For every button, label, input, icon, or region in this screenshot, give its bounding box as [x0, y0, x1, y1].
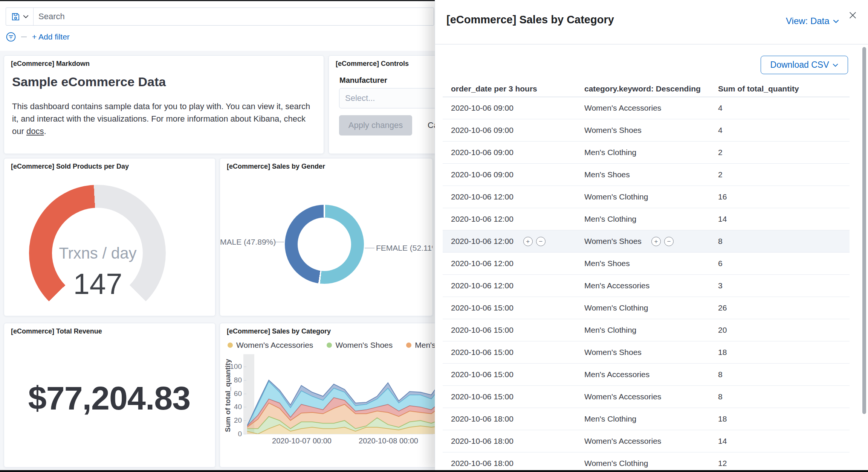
gauge-value: 147 — [4, 267, 191, 301]
x-tick-label: 2020-10-08 00:00 — [359, 437, 418, 445]
add-filter-link[interactable]: + Add filter — [32, 32, 70, 41]
view-data-label: View: Data — [786, 16, 830, 26]
y-tick-label: 40 — [229, 403, 242, 411]
category-value: Women's Shoes — [584, 348, 642, 357]
cell-quantity: 14 — [710, 215, 850, 224]
download-csv-button[interactable]: Download CSV — [761, 56, 848, 74]
legend-item[interactable]: Women's Accessories — [228, 341, 313, 350]
table-row: 2020-10-06 12:00Men's Clothing14 — [443, 208, 850, 230]
cell-quantity: 18 — [710, 348, 850, 357]
order-date-value: 2020-10-06 09:00 — [451, 170, 513, 179]
order-date-value: 2020-10-06 15:00 — [451, 370, 513, 379]
table-row: 2020-10-06 12:00Men's Accessories3 — [443, 275, 850, 297]
category-value: Men's Shoes — [584, 170, 630, 179]
cell-order-date: 2020-10-06 09:00 — [443, 126, 576, 135]
order-date-value: 2020-10-06 15:00 — [451, 392, 513, 401]
order-date-value: 2020-10-06 18:00 — [451, 414, 513, 423]
download-csv-label: Download CSV — [770, 60, 829, 70]
table-row: 2020-10-06 09:00Men's Clothing2 — [443, 142, 850, 164]
flyout-table-body: 2020-10-06 09:00Women's Accessories42020… — [443, 97, 850, 472]
column-header: Sum of total_quantity — [710, 84, 850, 93]
cell-category: Women's Clothing — [576, 192, 710, 201]
quantity-value: 16 — [718, 192, 727, 201]
order-date-value: 2020-10-06 15:00 — [451, 348, 513, 357]
label-connector — [365, 248, 374, 248]
y-tick-mark — [244, 434, 246, 434]
cell-order-date: 2020-10-06 12:00+− — [443, 237, 576, 246]
legend-dot-icon — [327, 343, 332, 348]
cell-order-date: 2020-10-06 12:00 — [443, 215, 576, 224]
y-tick-label: 100 — [229, 362, 242, 371]
filter-out-value-icon[interactable]: − — [536, 237, 546, 246]
cell-quantity: 2 — [710, 148, 850, 157]
x-tick-label: 2020-10-07 00:00 — [272, 437, 332, 445]
cell-order-date: 2020-10-06 09:00 — [443, 148, 576, 157]
flyout-panel: [eCommerce] Sales by Category View: Data… — [435, 0, 868, 472]
category-value: Women's Accessories — [584, 437, 661, 446]
cell-category: Men's Clothing — [576, 148, 710, 157]
scrollbar-thumb[interactable] — [862, 47, 866, 414]
panel-title: [eCommerce] Controls — [336, 60, 409, 68]
cell-category: Women's Accessories — [576, 392, 710, 401]
order-date-value: 2020-10-06 12:00 — [451, 215, 513, 224]
cell-quantity: 20 — [710, 326, 850, 335]
legend-dot-icon — [406, 343, 411, 348]
cell-quantity: 18 — [710, 414, 850, 423]
category-value: Men's Shoes — [584, 259, 630, 268]
order-date-value: 2020-10-06 12:00 — [451, 237, 513, 246]
table-row: 2020-10-06 09:00Men's Shoes2 — [443, 164, 850, 186]
order-date-value: 2020-10-06 09:00 — [451, 126, 513, 135]
table-row: 2020-10-06 18:00Women's Clothing12 — [443, 452, 850, 472]
category-value: Women's Shoes — [584, 237, 642, 246]
cell-order-date: 2020-10-06 12:00 — [443, 192, 576, 201]
column-header: category.keyword: Descending — [576, 84, 710, 93]
panel-markdown: [eCommerce] Markdown Sample eCommerce Da… — [4, 55, 324, 154]
cell-order-date: 2020-10-06 15:00 — [443, 348, 576, 357]
panel-title: [eCommerce] Sold Products per Day — [11, 163, 129, 171]
order-date-value: 2020-10-06 12:00 — [451, 281, 513, 290]
docs-link[interactable]: docs — [26, 126, 44, 136]
quantity-value: 8 — [718, 370, 723, 379]
order-date-value: 2020-10-06 09:00 — [451, 148, 513, 157]
save-icon — [11, 12, 20, 21]
legend-item[interactable]: Women's Shoes — [327, 341, 393, 350]
cell-category: Men's Clothing — [576, 215, 710, 224]
window-bottom-edge — [0, 470, 868, 472]
panel-title: [eCommerce] Sales by Category — [227, 327, 331, 335]
close-button[interactable] — [847, 9, 859, 21]
search-bar[interactable]: Search — [6, 8, 434, 26]
manufacturer-label: Manufacturer — [339, 76, 387, 85]
filter-for-value-icon[interactable]: + — [651, 237, 661, 246]
table-row: 2020-10-06 15:00Men's Accessories8 — [443, 364, 850, 386]
cell-category: Men's Shoes — [576, 170, 710, 179]
order-date-value: 2020-10-06 18:00 — [451, 459, 513, 468]
saved-query-menu-button[interactable] — [6, 8, 33, 25]
chevron-down-icon — [833, 63, 838, 67]
category-value: Men's Clothing — [584, 148, 636, 157]
panel-title: [eCommerce] Markdown — [11, 60, 90, 68]
category-value: Women's Shoes — [584, 126, 642, 135]
cell-order-date: 2020-10-06 18:00 — [443, 437, 576, 446]
cell-order-date: 2020-10-06 12:00 — [443, 281, 576, 290]
quantity-value: 2 — [718, 170, 723, 179]
donut-chart[interactable] — [285, 205, 364, 284]
cell-quantity: 26 — [710, 303, 850, 312]
y-tick-label: 0 — [229, 430, 242, 438]
table-row: 2020-10-06 15:00Women's Clothing26 — [443, 297, 850, 319]
panel-sold-products-per-day: [eCommerce] Sold Products per Day Trxns … — [4, 158, 215, 316]
filter-options-icon[interactable] — [6, 32, 16, 42]
cell-category: Women's Clothing — [576, 303, 710, 312]
gauge-label: Trxns / day — [4, 244, 191, 262]
search-input[interactable]: Search — [34, 12, 65, 21]
filter-out-value-icon[interactable]: − — [664, 237, 674, 246]
cell-quantity: 4 — [710, 104, 850, 113]
order-date-value: 2020-10-06 12:00 — [451, 259, 513, 268]
apply-changes-button[interactable]: Apply changes — [339, 115, 412, 136]
cell-category: Men's Accessories — [576, 370, 710, 379]
cell-quantity: 8 — [710, 392, 850, 401]
filter-for-value-icon[interactable]: + — [523, 237, 533, 246]
view-data-dropdown[interactable]: View: Data — [786, 16, 839, 26]
flyout-title: [eCommerce] Sales by Category — [446, 14, 614, 26]
y-tick-mark — [244, 380, 246, 381]
category-value: Men's Clothing — [584, 215, 636, 224]
